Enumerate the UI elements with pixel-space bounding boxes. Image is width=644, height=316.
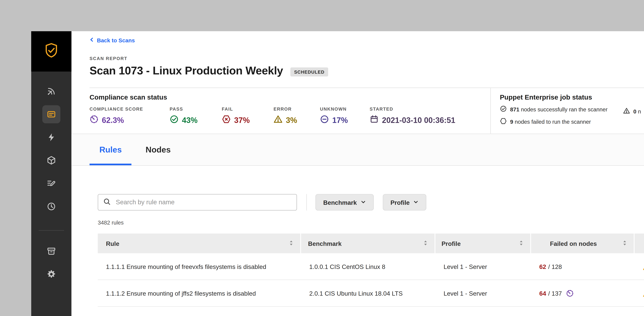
metric-value: 3%: [286, 116, 297, 125]
metric-value: 62.3%: [102, 116, 124, 125]
metric-label: ERROR: [274, 107, 320, 111]
table-row[interactable]: 1.1.1.2 Ensure mounting of jffs2 filesys…: [98, 280, 644, 307]
pe-failed-text: nodes failed to run the scanner: [515, 119, 591, 125]
chevron-down-icon: [414, 199, 419, 206]
metric-compliance-score: COMPLIANCE SCORE 62.3%: [90, 107, 170, 126]
archive-icon: [42, 242, 60, 260]
metric-value: 2021-03-10 00:36:51: [382, 116, 456, 125]
metric-unknown: UNKNOWN 17%: [320, 107, 370, 126]
app-logo[interactable]: [31, 31, 72, 72]
table-row[interactable]: 1.1.1.1 Ensure mounting of freevxfs file…: [98, 253, 644, 280]
report-eyebrow: SCAN REPORT: [90, 56, 644, 61]
benchmark-filter-button[interactable]: Benchmark: [315, 194, 374, 210]
sidebar-item-settings[interactable]: [31, 263, 72, 286]
failed-on-nodes-cell: 64 / 137: [531, 289, 634, 297]
sort-icon: [519, 239, 524, 248]
metric-label: PASS: [170, 107, 222, 111]
status-badge: SCHEDULED: [290, 68, 328, 77]
edit-list-icon: [42, 174, 60, 192]
rule-search-input[interactable]: [115, 198, 292, 206]
sort-icon: [423, 239, 428, 248]
sidebar-item-overview[interactable]: [31, 80, 72, 103]
column-header-profile[interactable]: Profile: [435, 233, 531, 253]
rule-search[interactable]: [98, 194, 297, 210]
profile-filter-button[interactable]: Profile: [382, 194, 426, 210]
settings-gear-icon: [42, 265, 60, 283]
sidebar-item-inventory[interactable]: [31, 149, 72, 172]
column-header-benchmark[interactable]: Benchmark: [301, 233, 435, 253]
rules-toolbar: Benchmark Profile: [98, 194, 644, 210]
tab-rules-label: Rules: [100, 145, 122, 154]
hexagon-icon: [500, 118, 507, 126]
metric-error: ERROR 3%: [274, 107, 320, 126]
warning-triangle-icon: [643, 263, 644, 270]
circle-minus-icon: [320, 115, 329, 126]
sidebar-item-scans[interactable]: [31, 103, 72, 126]
pe-job-status-panel: Puppet Enterprise job status 871 nodes s…: [490, 88, 644, 134]
column-header-rule[interactable]: Rule: [98, 233, 301, 253]
rules-count: 3482 rules: [98, 219, 644, 226]
sidebar-item-activity[interactable]: [31, 126, 72, 149]
pe-failed-count: 9: [510, 119, 513, 125]
pe-unknown-text: n: [638, 108, 641, 115]
sidebar-item-history[interactable]: [31, 195, 72, 218]
sidebar-nav: [31, 72, 72, 218]
sidebar-item-reports[interactable]: [31, 172, 72, 195]
sort-icon: [289, 239, 294, 248]
truncated-cell: [634, 263, 644, 270]
back-to-scans-link[interactable]: Back to Scans: [90, 37, 135, 44]
chevron-left-icon: [90, 37, 94, 44]
benchmark-filter-label: Benchmark: [323, 199, 357, 206]
compliance-status-panel: Compliance scan status COMPLIANCE SCORE: [90, 88, 490, 134]
column-header-truncated: [634, 233, 644, 253]
rules-panel: Benchmark Profile: [72, 166, 644, 315]
rule-cell: 1.1.1.1 Ensure mounting of freevxfs file…: [98, 263, 301, 270]
metric-label: COMPLIANCE SCORE: [90, 107, 170, 111]
column-label: Rule: [106, 240, 119, 247]
metric-value: 43%: [182, 116, 198, 125]
lightning-icon: [42, 128, 60, 146]
pe-job-status-title: Puppet Enterprise job status: [500, 93, 644, 101]
column-label: Failed on nodes: [550, 240, 597, 247]
app-window: Back to Scans SCAN REPORT Scan 1073 - Li…: [31, 31, 644, 316]
tab-nodes[interactable]: Nodes: [136, 134, 180, 165]
pe-truncated-line: 0 n: [623, 107, 641, 116]
metric-value: 17%: [332, 116, 348, 125]
chevron-down-icon: [360, 199, 366, 206]
rules-table: Rule Benchmark Profile: [98, 233, 644, 315]
toolbar-divider: [306, 194, 307, 210]
comply-shield-logo-icon: [43, 42, 60, 61]
table-row-partial: [98, 307, 644, 315]
metric-pass: PASS 43%: [170, 107, 222, 126]
sidebar-divider: [39, 230, 64, 231]
pe-success-line: 871 nodes successfully ran the scanner: [500, 105, 644, 113]
failed-count: 62: [539, 263, 546, 270]
sidebar: [31, 31, 72, 316]
tab-bar: Rules Nodes: [72, 134, 644, 166]
page-header: Back to Scans SCAN REPORT Scan 1073 - Li…: [72, 31, 644, 77]
tab-rules[interactable]: Rules: [90, 134, 132, 165]
failed-count: 64: [539, 290, 546, 296]
page-title: Scan 1073 - Linux Production Weekly: [90, 65, 283, 77]
pe-success-text: nodes successfully ran the scanner: [521, 106, 608, 113]
history-icon: [42, 197, 60, 215]
metric-label: FAIL: [222, 107, 274, 111]
metric-fail: FAIL 37%: [222, 107, 274, 126]
pe-failed-line: 9 nodes failed to run the scanner: [500, 118, 644, 126]
column-label: Profile: [442, 240, 460, 247]
sort-icon: [622, 239, 627, 248]
scan-icon: [42, 105, 60, 123]
metric-label: STARTED: [370, 107, 490, 111]
status-section: Compliance scan status COMPLIANCE SCORE: [90, 88, 644, 134]
failed-total: / 137: [548, 290, 562, 296]
main-content: Back to Scans SCAN REPORT Scan 1073 - Li…: [72, 31, 644, 316]
sidebar-item-archive[interactable]: [31, 240, 72, 263]
column-header-failed-on-nodes[interactable]: Failed on nodes: [531, 233, 634, 253]
search-icon: [103, 197, 111, 207]
check-circle-icon: [170, 115, 179, 126]
radar-icon: [42, 82, 60, 100]
failed-on-nodes-cell: 62 / 128: [531, 263, 634, 270]
screenshot-stage: Back to Scans SCAN REPORT Scan 1073 - Li…: [0, 0, 644, 316]
tab-nodes-label: Nodes: [146, 145, 171, 154]
benchmark-cell: 1.0.0.1 CIS CentOS Linux 8: [301, 263, 435, 270]
